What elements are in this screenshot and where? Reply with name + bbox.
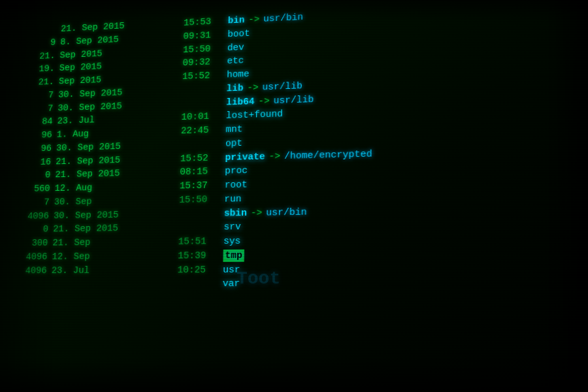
file-size: 4096 bbox=[14, 250, 48, 264]
file-size: 0 bbox=[18, 169, 50, 183]
file-size: 21. bbox=[23, 49, 56, 63]
file-size: 0 bbox=[16, 223, 49, 237]
file-name: private bbox=[225, 150, 265, 165]
tmp-highlight: tmp bbox=[223, 250, 244, 262]
file-name: dev bbox=[227, 41, 244, 55]
file-size: 16 bbox=[18, 155, 51, 170]
file-date: 23. Jul bbox=[51, 263, 174, 278]
link-target: usr/lib bbox=[273, 93, 314, 108]
terminal-content: 21. Sep 2015 15:53 bin -> usr/bin 9 8. S… bbox=[9, 0, 588, 392]
file-time: 15:52 bbox=[182, 69, 220, 84]
link-arrow: -> bbox=[247, 81, 259, 95]
file-time: 15:50 bbox=[183, 42, 220, 57]
file-time bbox=[178, 230, 216, 231]
file-time: 09:32 bbox=[182, 56, 220, 71]
terminal-screen: 21. Sep 2015 15:53 bin -> usr/bin 9 8. S… bbox=[0, 0, 588, 392]
file-size: 560 bbox=[17, 182, 50, 197]
file-listing: 21. Sep 2015 15:53 bin -> usr/bin 9 8. S… bbox=[0, 0, 588, 305]
file-size: 4096 bbox=[16, 209, 49, 223]
file-size: 4096 bbox=[14, 264, 47, 278]
file-date: 30. Sep 2015 bbox=[54, 207, 176, 223]
file-name: proc bbox=[225, 164, 248, 178]
file-time: 08:15 bbox=[180, 165, 218, 179]
file-name: tmp bbox=[223, 249, 244, 263]
file-size: 19. bbox=[22, 63, 55, 77]
file-date: 12. Sep bbox=[52, 249, 174, 264]
link-arrow: -> bbox=[248, 13, 260, 27]
link-target: usr/bin bbox=[266, 205, 307, 220]
file-time: 15:37 bbox=[180, 179, 218, 193]
table-row: var bbox=[13, 276, 588, 291]
link-arrow: -> bbox=[251, 206, 263, 220]
file-size: 9 bbox=[24, 36, 56, 50]
file-size: 300 bbox=[15, 237, 48, 250]
link-target: usr/lib bbox=[262, 79, 302, 94]
file-time bbox=[182, 105, 219, 106]
file-time bbox=[179, 216, 217, 216]
file-name: sys bbox=[223, 235, 241, 249]
file-size: 21. bbox=[22, 76, 54, 90]
file-time: 15:50 bbox=[179, 193, 217, 207]
file-size: 7 bbox=[21, 102, 54, 116]
file-date: 21. Sep bbox=[52, 235, 174, 250]
file-name: opt bbox=[225, 137, 242, 151]
file-time bbox=[182, 91, 219, 93]
file-name: etc bbox=[227, 54, 244, 69]
file-name: home bbox=[227, 68, 250, 82]
file-date: 30. Sep bbox=[54, 193, 175, 209]
file-name: run bbox=[224, 192, 242, 206]
file-name: root bbox=[225, 178, 248, 193]
file-name: lost+found bbox=[226, 108, 283, 123]
link-target: usr/bin bbox=[263, 10, 303, 26]
file-size: 96 bbox=[19, 142, 52, 156]
file-size: 7 bbox=[22, 89, 54, 103]
file-time: 09:31 bbox=[183, 28, 220, 43]
file-date: 21. Sep 2015 bbox=[53, 221, 175, 237]
file-name: bin bbox=[228, 14, 245, 28]
link-target: /home/encrypted bbox=[284, 147, 372, 163]
file-name: boot bbox=[227, 27, 250, 41]
file-time: 22:45 bbox=[181, 123, 218, 139]
file-time bbox=[180, 146, 218, 148]
file-size bbox=[24, 31, 56, 33]
file-name: lib bbox=[226, 82, 243, 96]
file-name: lib64 bbox=[226, 95, 255, 110]
file-time: 15:51 bbox=[178, 235, 216, 249]
link-arrow: -> bbox=[258, 94, 270, 108]
file-name: sbin bbox=[224, 206, 247, 221]
file-size: 7 bbox=[17, 196, 50, 210]
file-size: 96 bbox=[20, 129, 52, 143]
file-time: 15:52 bbox=[180, 151, 218, 166]
file-time: 10:01 bbox=[181, 110, 218, 125]
file-name: mnt bbox=[225, 123, 242, 137]
file-time: 15:39 bbox=[178, 249, 216, 263]
link-arrow: -> bbox=[269, 150, 280, 164]
file-time: 10:25 bbox=[177, 263, 215, 278]
file-name: srv bbox=[223, 220, 241, 235]
file-size: 84 bbox=[20, 115, 53, 129]
file-time: 15:53 bbox=[184, 15, 221, 30]
toot-watermark: Toot bbox=[237, 269, 280, 289]
